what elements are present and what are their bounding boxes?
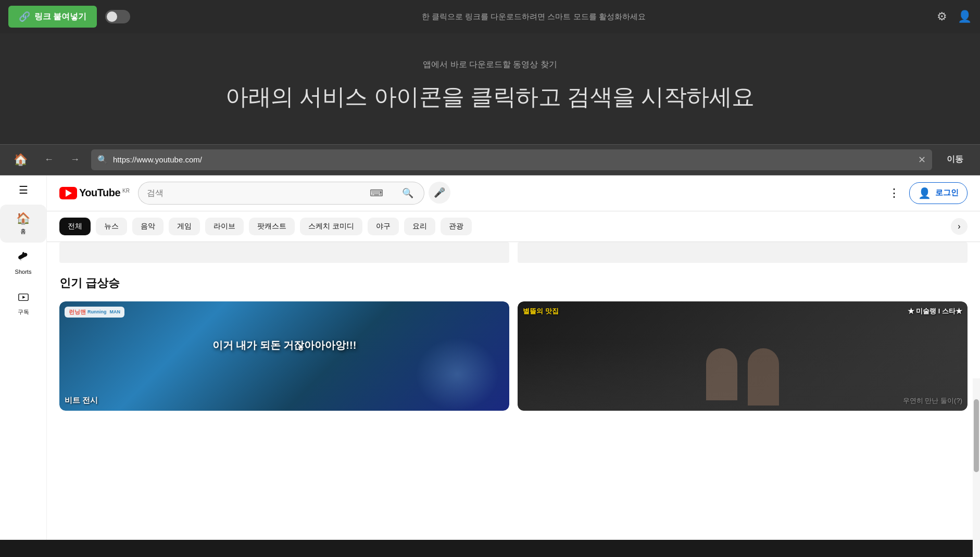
- youtube-header: YouTube KR ⌨ 🔍 🎤 ⋮ 👤 로그인: [47, 175, 980, 211]
- header-right-actions: ⋮ 👤 로그인: [885, 182, 968, 204]
- thumb2-people: [706, 348, 779, 406]
- youtube-region: KR: [122, 188, 130, 194]
- link-icon: 🔗: [19, 11, 30, 22]
- top-bar: 🔗 링크 붙여넣기 한 클릭으로 링크를 다운로드하려면 스마트 모드를 활성화…: [0, 0, 980, 33]
- keyboard-icon[interactable]: ⌨: [370, 187, 383, 199]
- thumbnail-badge: 런닝맨 Running MAN: [65, 307, 124, 318]
- toggle-switch[interactable]: [105, 10, 130, 23]
- filter-sketch[interactable]: 스케치 코미디: [300, 218, 362, 235]
- video-thumbnail-1: 런닝맨 Running MAN 이거 내가 되돈 거잖아아아앙!!! 비트 전시: [59, 301, 509, 411]
- scrollbar-thumb[interactable]: [974, 399, 979, 472]
- account-circle-icon: 👤: [918, 187, 931, 199]
- shorts-label: Shorts: [15, 269, 32, 275]
- back-button[interactable]: ←: [39, 151, 59, 168]
- filter-cooking[interactable]: 요리: [404, 218, 435, 235]
- video-card-1[interactable]: 런닝맨 Running MAN 이거 내가 되돈 거잖아아아앙!!! 비트 전시: [59, 301, 509, 411]
- youtube-sidebar: ☰ 🏠 홈 Shorts 구독: [0, 175, 47, 540]
- thumbnail-people: [416, 338, 499, 411]
- partial-top-row: [47, 242, 980, 263]
- youtube-main: YouTube KR ⌨ 🔍 🎤 ⋮ 👤 로그인 전체: [47, 175, 980, 540]
- microphone-button[interactable]: 🎤: [429, 182, 450, 204]
- home-icon: 🏠: [16, 212, 30, 225]
- filter-podcast[interactable]: 팟캐스트: [249, 218, 295, 235]
- youtube-logo-icon: [59, 187, 77, 199]
- url-input[interactable]: [113, 155, 913, 164]
- shorts-icon: [18, 252, 29, 267]
- video-thumbnail-2: 별뜰의 맛집 ★ 미술랭 I 스타★ 우연히 만난 둘이(?): [518, 301, 968, 411]
- youtube-content: 인기 급상승 런닝맨 Running MAN: [47, 263, 980, 411]
- menu-button[interactable]: ☰: [16, 181, 31, 199]
- forward-button[interactable]: →: [65, 151, 85, 168]
- filter-baseball[interactable]: 야구: [368, 218, 399, 235]
- youtube-container: ☰ 🏠 홈 Shorts 구독: [0, 175, 980, 540]
- smart-mode-toggle[interactable]: [105, 10, 130, 23]
- home-label: 홈: [20, 227, 26, 235]
- more-options-button[interactable]: ⋮: [885, 183, 903, 203]
- profile-icon[interactable]: 👤: [958, 10, 972, 23]
- filter-row: 전체 뉴스 음악 게임 라이브 팟캐스트 스케치 코미디 야구 요리 관광 ›: [47, 211, 980, 242]
- youtube-logo-text: YouTube: [79, 187, 120, 199]
- search-input[interactable]: [147, 188, 370, 198]
- filter-news[interactable]: 뉴스: [96, 218, 127, 235]
- scrollbar[interactable]: [973, 378, 980, 557]
- subscriptions-icon: [18, 292, 29, 306]
- browser-bar: 🏠 ← → 🔍 ✕ 이동: [0, 144, 980, 175]
- hero-title: 아래의 서비스 아이콘을 클릭하고 검색을 시작하세요: [10, 81, 970, 113]
- toggle-knob: [107, 11, 117, 22]
- filter-live[interactable]: 라이브: [205, 218, 244, 235]
- svg-marker-1: [22, 296, 26, 299]
- url-search-icon: 🔍: [97, 155, 108, 164]
- filter-games[interactable]: 게임: [169, 218, 200, 235]
- home-button[interactable]: 🏠: [8, 150, 33, 170]
- sidebar-item-shorts[interactable]: Shorts: [0, 245, 46, 282]
- thumbnail-bottom-text: 비트 전시: [65, 396, 98, 406]
- top-bar-actions: ⚙ 👤: [937, 10, 972, 23]
- play-triangle: [66, 189, 72, 197]
- trending-title: 인기 급상승: [59, 275, 968, 291]
- hero-section: 앱에서 바로 다운로드할 동영상 찾기 아래의 서비스 아이콘을 클릭하고 검색…: [0, 33, 980, 144]
- sidebar-item-subscriptions[interactable]: 구독: [0, 284, 46, 323]
- thumbnail-center-text: 이거 내가 되돈 거잖아아아앙!!!: [104, 338, 464, 352]
- filter-music[interactable]: 음악: [132, 218, 164, 235]
- filter-all[interactable]: 전체: [59, 218, 91, 235]
- thumb2-top-left: 별뜰의 맛집: [523, 307, 559, 316]
- login-label: 로그인: [935, 188, 959, 198]
- settings-icon[interactable]: ⚙: [937, 10, 947, 23]
- filter-next-arrow[interactable]: ›: [951, 218, 968, 235]
- sidebar-item-home[interactable]: 🏠 홈: [0, 205, 46, 243]
- youtube-search-bar: ⌨ 🔍 🎤: [138, 182, 450, 205]
- search-button[interactable]: 🔍: [392, 182, 424, 205]
- login-button[interactable]: 👤 로그인: [909, 182, 968, 204]
- subscriptions-label: 구독: [18, 308, 29, 316]
- url-clear-button[interactable]: ✕: [918, 154, 926, 166]
- thumb2-top-right: ★ 미술랭 I 스타★: [908, 307, 962, 316]
- paste-link-button[interactable]: 🔗 링크 붙여넣기: [8, 6, 97, 28]
- video-card-2[interactable]: 별뜰의 맛집 ★ 미술랭 I 스타★ 우연히 만난 둘이(?): [518, 301, 968, 411]
- top-bar-description: 한 클릭으로 링크를 다운로드하려면 스마트 모드를 활성화하세요: [139, 12, 928, 22]
- video-grid: 런닝맨 Running MAN 이거 내가 되돈 거잖아아아앙!!! 비트 전시: [59, 301, 968, 411]
- go-button[interactable]: 이동: [938, 151, 972, 168]
- filter-travel[interactable]: 관광: [441, 218, 472, 235]
- running-man-badge: 런닝맨 Running MAN: [65, 307, 124, 318]
- youtube-logo[interactable]: YouTube KR: [59, 187, 130, 199]
- hero-subtitle: 앱에서 바로 다운로드할 동영상 찾기: [10, 59, 970, 70]
- search-input-wrapper: ⌨: [138, 182, 392, 205]
- url-bar: 🔍 ✕: [91, 149, 932, 170]
